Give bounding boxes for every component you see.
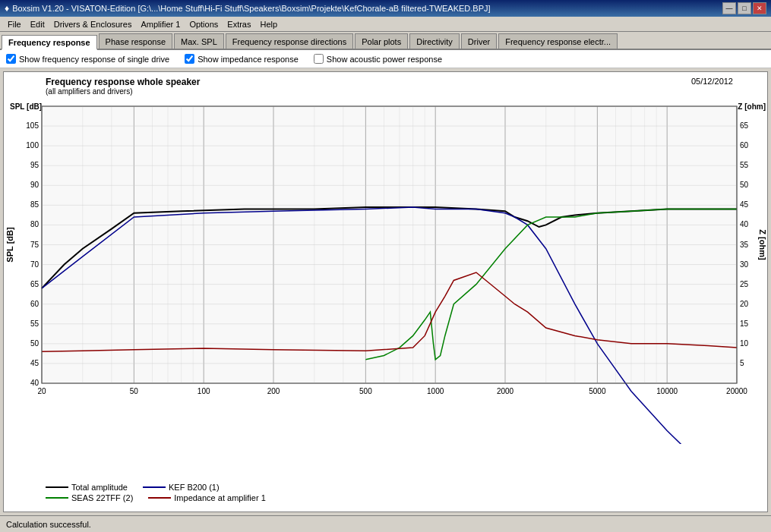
tab-phase-response[interactable]: Phase response bbox=[99, 33, 173, 49]
legend-line-total bbox=[46, 486, 68, 488]
svg-text:500: 500 bbox=[359, 387, 372, 395]
menu-extras[interactable]: Extras bbox=[223, 18, 255, 30]
svg-text:85: 85 bbox=[30, 200, 39, 209]
checkbar: Show frequency response of single drive … bbox=[0, 50, 771, 68]
maximize-button[interactable]: □ bbox=[738, 2, 751, 14]
menu-options[interactable]: Options bbox=[185, 18, 223, 30]
svg-text:45: 45 bbox=[30, 359, 39, 367]
svg-text:40: 40 bbox=[30, 379, 39, 387]
legend-impedance: Impedance at amplifier 1 bbox=[148, 493, 265, 502]
check-single-drive[interactable]: Show frequency response of single drive bbox=[6, 54, 169, 64]
svg-text:30: 30 bbox=[740, 260, 749, 269]
svg-text:100: 100 bbox=[197, 387, 210, 395]
svg-text:80: 80 bbox=[30, 220, 39, 228]
svg-text:75: 75 bbox=[30, 241, 39, 249]
svg-text:10000: 10000 bbox=[656, 387, 678, 395]
window-controls: — □ ✕ bbox=[722, 2, 766, 14]
svg-text:55: 55 bbox=[30, 320, 39, 328]
legend: Total amplitude KEF B200 (1) SEAS 22TFF … bbox=[46, 483, 266, 502]
tab-frequency-response[interactable]: Frequency response bbox=[2, 35, 97, 50]
tab-driver[interactable]: Driver bbox=[461, 33, 497, 49]
svg-text:35: 35 bbox=[740, 241, 749, 249]
check-acoustic-power-input[interactable] bbox=[314, 54, 324, 64]
tab-polar-plots[interactable]: Polar plots bbox=[355, 33, 408, 49]
menu-drivers-enclosures[interactable]: Drivers & Enclosures bbox=[49, 18, 137, 30]
svg-text:105: 105 bbox=[26, 121, 39, 130]
legend-line-kef bbox=[143, 486, 166, 488]
menu-help[interactable]: Help bbox=[255, 18, 282, 30]
svg-text:100: 100 bbox=[26, 141, 39, 150]
svg-text:10: 10 bbox=[740, 339, 749, 348]
svg-text:SPL [dB]: SPL [dB] bbox=[5, 227, 14, 263]
close-button[interactable]: ✕ bbox=[753, 2, 766, 14]
legend-row-1: Total amplitude KEF B200 (1) bbox=[46, 483, 266, 492]
legend-kef-b200: KEF B200 (1) bbox=[143, 483, 220, 492]
svg-text:90: 90 bbox=[30, 181, 39, 189]
check-acoustic-power[interactable]: Show acoustic power response bbox=[314, 54, 442, 64]
legend-seas-22tff: SEAS 22TFF (2) bbox=[46, 493, 133, 502]
svg-text:70: 70 bbox=[30, 260, 39, 269]
menu-amplifier1[interactable]: Amplifier 1 bbox=[136, 18, 185, 30]
svg-text:45: 45 bbox=[740, 200, 749, 209]
app-icon: ♦ bbox=[5, 3, 9, 14]
tab-directivity[interactable]: Directivity bbox=[409, 33, 460, 49]
tabbar: Frequency response Phase response Max. S… bbox=[0, 32, 771, 50]
svg-text:20: 20 bbox=[740, 300, 749, 308]
svg-text:50: 50 bbox=[740, 181, 749, 189]
legend-row-2: SEAS 22TFF (2) Impedance at amplifier 1 bbox=[46, 493, 266, 502]
svg-text:65: 65 bbox=[740, 121, 749, 130]
check-impedance-input[interactable] bbox=[185, 54, 194, 64]
window-title: Boxsim V1.20 - VISATON-Edition [G:\...\H… bbox=[12, 4, 722, 13]
svg-text:20: 20 bbox=[37, 387, 46, 395]
svg-text:5: 5 bbox=[740, 359, 744, 367]
svg-text:40: 40 bbox=[740, 220, 749, 228]
svg-text:1000: 1000 bbox=[427, 387, 444, 395]
menu-file[interactable]: File bbox=[3, 18, 26, 30]
svg-text:60: 60 bbox=[740, 141, 749, 150]
statusbar: Calculation successful. bbox=[0, 515, 771, 532]
tab-max-spl[interactable]: Max. SPL bbox=[174, 33, 224, 49]
svg-text:25: 25 bbox=[740, 280, 749, 288]
check-single-drive-input[interactable] bbox=[6, 54, 16, 64]
check-impedance[interactable]: Show impedance response bbox=[185, 54, 299, 64]
svg-text:60: 60 bbox=[30, 300, 39, 308]
menu-edit[interactable]: Edit bbox=[26, 18, 49, 30]
status-text: Calculation successful. bbox=[6, 520, 91, 529]
tab-freq-resp-electr[interactable]: Frequency response electr... bbox=[498, 33, 618, 49]
svg-text:55: 55 bbox=[740, 161, 749, 169]
tab-freq-resp-directions[interactable]: Frequency response directions bbox=[226, 33, 353, 49]
svg-text:15: 15 bbox=[740, 320, 749, 328]
menubar: File Edit Drivers & Enclosures Amplifier… bbox=[0, 17, 771, 32]
svg-text:Z [ohm]: Z [ohm] bbox=[758, 229, 767, 260]
legend-total-amplitude: Total amplitude bbox=[46, 483, 128, 492]
legend-line-impedance bbox=[148, 497, 171, 499]
svg-text:65: 65 bbox=[30, 280, 39, 288]
chart-svg: 2050100200500100020005000100002000040455… bbox=[4, 72, 767, 444]
svg-text:5000: 5000 bbox=[589, 387, 606, 395]
legend-line-seas bbox=[46, 497, 68, 499]
svg-text:50: 50 bbox=[130, 387, 139, 395]
minimize-button[interactable]: — bbox=[722, 2, 736, 14]
svg-text:2000: 2000 bbox=[497, 387, 514, 395]
titlebar: ♦ Boxsim V1.20 - VISATON-Edition [G:\...… bbox=[0, 0, 771, 17]
svg-text:95: 95 bbox=[30, 161, 39, 169]
svg-text:200: 200 bbox=[267, 387, 280, 395]
chart-container: SPL [dB] Z [ohm] Frequency response whol… bbox=[3, 71, 768, 512]
svg-text:20000: 20000 bbox=[726, 387, 747, 395]
svg-text:50: 50 bbox=[30, 339, 39, 348]
